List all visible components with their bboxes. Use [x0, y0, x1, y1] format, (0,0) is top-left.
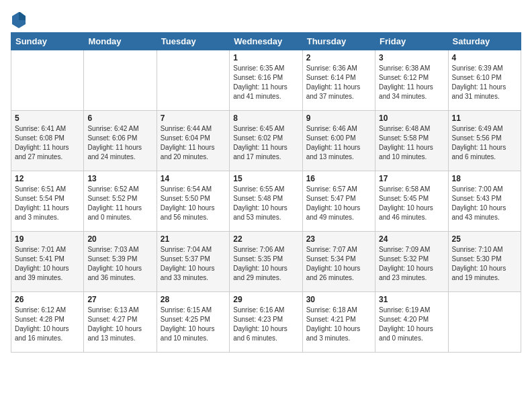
day-number: 12: [15, 174, 80, 183]
day-content: Sunrise: 7:01 AM Sunset: 5:41 PM Dayligh…: [15, 245, 80, 283]
day-content: Sunrise: 6:12 AM Sunset: 4:28 PM Dayligh…: [15, 306, 80, 343]
logo-icon: [11, 11, 27, 30]
calendar-week-3: 12Sunrise: 6:51 AM Sunset: 5:54 PM Dayli…: [11, 171, 521, 232]
calendar-cell: 7Sunrise: 6:44 AM Sunset: 6:04 PM Daylig…: [157, 111, 229, 171]
day-content: Sunrise: 7:09 AM Sunset: 5:32 PM Dayligh…: [379, 245, 444, 283]
calendar-header: SundayMondayTuesdayWednesdayThursdayFrid…: [11, 33, 521, 50]
day-number: 14: [161, 174, 226, 183]
day-number: 27: [87, 295, 152, 304]
calendar-cell: 27Sunrise: 6:13 AM Sunset: 4:27 PM Dayli…: [84, 292, 157, 353]
day-number: 18: [452, 174, 517, 183]
calendar-cell: 31Sunrise: 6:19 AM Sunset: 4:20 PM Dayli…: [375, 292, 448, 353]
day-number: 1: [233, 53, 298, 62]
day-content: Sunrise: 6:46 AM Sunset: 6:00 PM Dayligh…: [306, 124, 371, 162]
calendar-cell: 6Sunrise: 6:42 AM Sunset: 6:06 PM Daylig…: [84, 111, 157, 171]
day-content: Sunrise: 6:38 AM Sunset: 6:12 PM Dayligh…: [379, 64, 444, 101]
calendar-cell: 26Sunrise: 6:12 AM Sunset: 4:28 PM Dayli…: [11, 292, 84, 353]
calendar-cell: 23Sunrise: 7:07 AM Sunset: 5:34 PM Dayli…: [302, 232, 375, 292]
calendar-cell: 16Sunrise: 6:57 AM Sunset: 5:47 PM Dayli…: [302, 171, 375, 232]
day-number: 16: [306, 174, 371, 183]
calendar-cell: 18Sunrise: 7:00 AM Sunset: 5:43 PM Dayli…: [448, 171, 521, 232]
day-number: 4: [452, 53, 517, 62]
calendar-cell: 15Sunrise: 6:55 AM Sunset: 5:48 PM Dayli…: [230, 171, 302, 232]
day-number: 23: [306, 234, 371, 244]
day-content: Sunrise: 7:03 AM Sunset: 5:39 PM Dayligh…: [87, 245, 152, 283]
day-content: Sunrise: 6:15 AM Sunset: 4:25 PM Dayligh…: [161, 306, 226, 343]
day-content: Sunrise: 6:39 AM Sunset: 6:10 PM Dayligh…: [452, 64, 517, 101]
day-content: Sunrise: 6:13 AM Sunset: 4:27 PM Dayligh…: [87, 306, 152, 343]
day-content: Sunrise: 7:07 AM Sunset: 5:34 PM Dayligh…: [306, 245, 371, 283]
day-number: 21: [161, 234, 226, 244]
day-content: Sunrise: 6:51 AM Sunset: 5:54 PM Dayligh…: [15, 185, 80, 222]
day-number: 29: [233, 295, 298, 304]
day-number: 13: [87, 174, 152, 183]
day-number: 15: [233, 174, 298, 183]
day-header-friday: Friday: [375, 33, 448, 50]
day-number: 26: [15, 295, 80, 304]
calendar-cell: 19Sunrise: 7:01 AM Sunset: 5:41 PM Dayli…: [11, 232, 84, 292]
day-content: Sunrise: 6:57 AM Sunset: 5:47 PM Dayligh…: [306, 185, 371, 222]
day-number: 6: [87, 113, 152, 123]
day-number: 11: [452, 113, 517, 123]
day-header-tuesday: Tuesday: [157, 33, 229, 50]
day-number: 30: [306, 295, 371, 304]
day-content: Sunrise: 6:49 AM Sunset: 5:56 PM Dayligh…: [452, 124, 517, 162]
day-content: Sunrise: 6:44 AM Sunset: 6:04 PM Dayligh…: [161, 124, 226, 162]
day-content: Sunrise: 6:48 AM Sunset: 5:58 PM Dayligh…: [379, 124, 444, 162]
day-content: Sunrise: 6:42 AM Sunset: 6:06 PM Dayligh…: [87, 124, 152, 162]
day-header-wednesday: Wednesday: [230, 33, 302, 50]
calendar-cell: 30Sunrise: 6:18 AM Sunset: 4:21 PM Dayli…: [302, 292, 375, 353]
day-number: 22: [233, 234, 298, 244]
calendar-cell: 25Sunrise: 7:10 AM Sunset: 5:30 PM Dayli…: [448, 232, 521, 292]
calendar-cell: 17Sunrise: 6:58 AM Sunset: 5:45 PM Dayli…: [375, 171, 448, 232]
calendar-cell: 28Sunrise: 6:15 AM Sunset: 4:25 PM Dayli…: [157, 292, 229, 353]
day-content: Sunrise: 6:58 AM Sunset: 5:45 PM Dayligh…: [379, 185, 444, 222]
calendar-cell: 11Sunrise: 6:49 AM Sunset: 5:56 PM Dayli…: [448, 111, 521, 171]
calendar-body: 1Sunrise: 6:35 AM Sunset: 6:16 PM Daylig…: [11, 50, 521, 353]
day-content: Sunrise: 6:55 AM Sunset: 5:48 PM Dayligh…: [233, 185, 298, 222]
day-content: Sunrise: 6:19 AM Sunset: 4:20 PM Dayligh…: [379, 306, 444, 343]
calendar-cell: 14Sunrise: 6:54 AM Sunset: 5:50 PM Dayli…: [157, 171, 229, 232]
calendar-cell: 24Sunrise: 7:09 AM Sunset: 5:32 PM Dayli…: [375, 232, 448, 292]
day-number: 24: [379, 234, 444, 244]
calendar-cell: 5Sunrise: 6:41 AM Sunset: 6:08 PM Daylig…: [11, 111, 84, 171]
calendar-cell: 9Sunrise: 6:46 AM Sunset: 6:00 PM Daylig…: [302, 111, 375, 171]
calendar-cell: [84, 50, 157, 111]
calendar-cell: 20Sunrise: 7:03 AM Sunset: 5:39 PM Dayli…: [84, 232, 157, 292]
calendar-week-4: 19Sunrise: 7:01 AM Sunset: 5:41 PM Dayli…: [11, 232, 521, 292]
day-content: Sunrise: 7:00 AM Sunset: 5:43 PM Dayligh…: [452, 185, 517, 222]
day-content: Sunrise: 6:35 AM Sunset: 6:16 PM Dayligh…: [233, 64, 298, 101]
day-number: 2: [306, 53, 371, 62]
calendar-cell: 8Sunrise: 6:45 AM Sunset: 6:02 PM Daylig…: [230, 111, 302, 171]
calendar-cell: 4Sunrise: 6:39 AM Sunset: 6:10 PM Daylig…: [448, 50, 521, 111]
calendar-cell: [448, 292, 521, 353]
day-content: Sunrise: 6:18 AM Sunset: 4:21 PM Dayligh…: [306, 306, 371, 343]
day-content: Sunrise: 6:52 AM Sunset: 5:52 PM Dayligh…: [87, 185, 152, 222]
day-number: 10: [379, 113, 444, 123]
day-content: Sunrise: 6:45 AM Sunset: 6:02 PM Dayligh…: [233, 124, 298, 162]
day-number: 17: [379, 174, 444, 183]
day-number: 19: [15, 234, 80, 244]
day-number: 3: [379, 53, 444, 62]
day-number: 20: [87, 234, 152, 244]
calendar-cell: 1Sunrise: 6:35 AM Sunset: 6:16 PM Daylig…: [230, 50, 302, 111]
calendar-cell: 10Sunrise: 6:48 AM Sunset: 5:58 PM Dayli…: [375, 111, 448, 171]
calendar-cell: 13Sunrise: 6:52 AM Sunset: 5:52 PM Dayli…: [84, 171, 157, 232]
day-header-saturday: Saturday: [448, 33, 521, 50]
day-header-sunday: Sunday: [11, 33, 84, 50]
day-content: Sunrise: 7:10 AM Sunset: 5:30 PM Dayligh…: [452, 245, 517, 283]
calendar-cell: 29Sunrise: 6:16 AM Sunset: 4:23 PM Dayli…: [230, 292, 302, 353]
day-number: 25: [452, 234, 517, 244]
day-content: Sunrise: 7:06 AM Sunset: 5:35 PM Dayligh…: [233, 245, 298, 283]
calendar-week-2: 5Sunrise: 6:41 AM Sunset: 6:08 PM Daylig…: [11, 111, 521, 171]
day-content: Sunrise: 6:41 AM Sunset: 6:08 PM Dayligh…: [15, 124, 80, 162]
calendar-cell: 2Sunrise: 6:36 AM Sunset: 6:14 PM Daylig…: [302, 50, 375, 111]
day-content: Sunrise: 6:16 AM Sunset: 4:23 PM Dayligh…: [233, 306, 298, 343]
page-header: [11, 11, 521, 30]
calendar-table: SundayMondayTuesdayWednesdayThursdayFrid…: [11, 32, 521, 353]
calendar-cell: [157, 50, 229, 111]
calendar-cell: 21Sunrise: 7:04 AM Sunset: 5:37 PM Dayli…: [157, 232, 229, 292]
day-number: 8: [233, 113, 298, 123]
day-number: 7: [161, 113, 226, 123]
calendar-cell: [11, 50, 84, 111]
